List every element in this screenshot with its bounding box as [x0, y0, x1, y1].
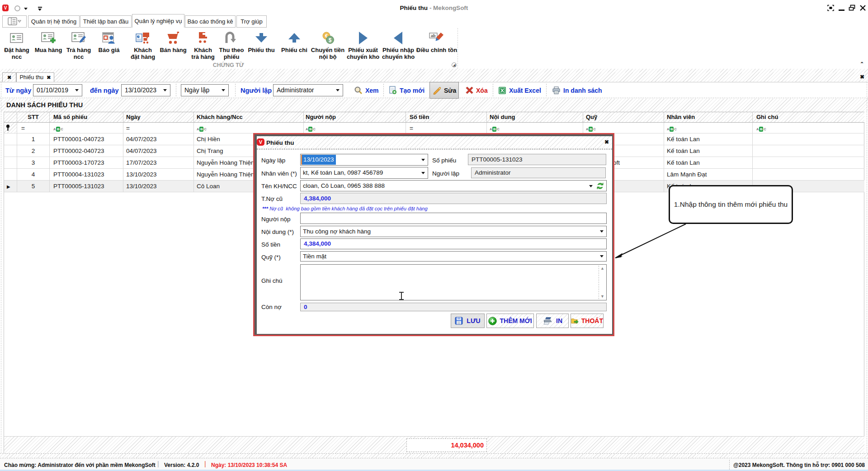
svg-text:ab: ab: [431, 33, 436, 38]
svg-text:$: $: [329, 37, 332, 43]
